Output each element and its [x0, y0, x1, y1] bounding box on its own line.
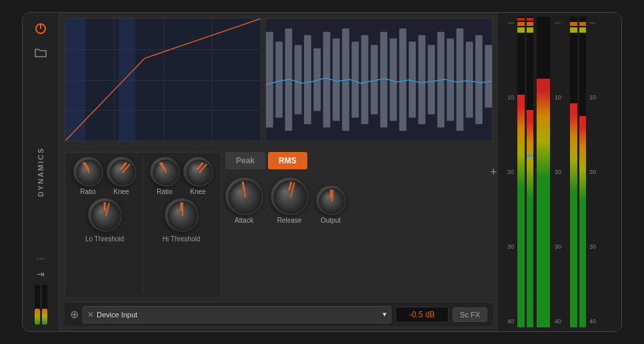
hi-knee-label: Knee: [190, 188, 205, 195]
svg-rect-19: [428, 45, 435, 115]
power-button[interactable]: [31, 19, 50, 38]
svg-rect-12: [361, 35, 369, 125]
add-left-button[interactable]: +: [490, 165, 497, 179]
meter-bar-r1: [570, 17, 577, 327]
meter-bar-r2: [579, 17, 587, 327]
peak-button[interactable]: Peak: [225, 152, 265, 169]
green-fill-l1: [517, 95, 525, 328]
svg-rect-16: [399, 29, 407, 131]
svg-rect-15: [390, 39, 397, 121]
attack-label: Attack: [235, 217, 253, 224]
mini-level-meters: [35, 285, 47, 325]
meter-section: + — 10 20 30 40: [498, 13, 621, 331]
orange-band-l1: [517, 22, 525, 26]
lo-knee-knob[interactable]: [107, 157, 136, 186]
hi-threshold-section: Ratio Knee Hi Threshold: [146, 157, 217, 293]
scale-10-left: 10: [502, 94, 514, 101]
scale-20-right: 20: [555, 169, 567, 175]
hi-ratio-knob[interactable]: [150, 157, 179, 186]
svg-rect-6: [304, 35, 311, 125]
scale-30-left: 30: [502, 243, 514, 250]
scale-40-left: 40: [502, 318, 514, 325]
yellow-band-l2: [527, 27, 534, 33]
scale-20-right2: 20: [589, 169, 601, 175]
detection-controls: Peak RMS Attack Release Output: [225, 152, 493, 298]
device-input-label: Device Input: [97, 311, 137, 319]
svg-rect-3: [275, 42, 283, 118]
scale-top-left: —: [502, 19, 514, 26]
transfer-curve: [65, 19, 261, 141]
svg-rect-2: [266, 32, 273, 127]
lo-threshold-knob-container: [88, 198, 121, 231]
scale-30-right: 30: [555, 243, 567, 250]
svg-rect-17: [409, 42, 416, 118]
plugin-container: DYNAMICS ··· ⇥: [22, 12, 622, 332]
lo-threshold-label: Lo Threshold: [85, 235, 124, 243]
scale-top-right2: —: [589, 19, 601, 26]
scale-30-right2: 30: [589, 243, 601, 250]
mini-level-right: [42, 285, 47, 325]
green-fill-r1: [570, 103, 577, 327]
dropdown-arrow: ▾: [383, 310, 387, 319]
attack-release-output-row: Attack Release Output: [225, 177, 493, 224]
graphs-section: [65, 18, 493, 148]
scale-40-right2: 40: [589, 318, 601, 325]
device-icon[interactable]: ⊕: [70, 308, 79, 321]
hi-ratio-knob-container: Ratio: [150, 157, 179, 195]
clip-indicator-l1: [517, 18, 525, 21]
attack-knob-container: Attack: [225, 177, 263, 224]
main-content: Ratio Knee Lo Threshold: [59, 13, 498, 331]
x-icon: ✕: [87, 310, 94, 319]
bottom-bar: ⊕ ✕ Device Input ▾ -0.5 dB Sc FX: [65, 302, 493, 326]
folder-button[interactable]: [31, 43, 50, 62]
lo-knee-knob-container: Knee: [107, 157, 136, 195]
svg-rect-24: [475, 35, 483, 125]
orange-band-r2: [579, 22, 587, 26]
lo-hi-wrapper: Ratio Knee Lo Threshold: [65, 152, 221, 298]
svg-rect-25: [485, 45, 492, 108]
svg-rect-18: [418, 35, 425, 125]
divider: [143, 157, 143, 293]
sidebar-bottom: ··· ⇥: [35, 253, 47, 325]
yellow-band-r2: [579, 27, 587, 33]
left-meter-bars: [517, 17, 533, 327]
svg-rect-11: [351, 42, 359, 118]
lo-ratio-knob-container: Ratio: [73, 157, 103, 195]
hi-knobs-top: Ratio Knee: [150, 157, 213, 195]
db-display: -0.5 dB: [395, 307, 449, 323]
orange-band-r1: [570, 22, 577, 26]
blue-segment-l2: [527, 155, 534, 157]
lo-ratio-label: Ratio: [80, 188, 95, 195]
meter-bar-mid: [537, 17, 550, 327]
rms-button[interactable]: RMS: [268, 152, 307, 169]
left-sidebar: DYNAMICS ··· ⇥: [23, 13, 59, 331]
scale-40-right: 40: [555, 318, 567, 325]
yellow-band-r1: [570, 27, 577, 33]
output-knob[interactable]: [316, 185, 345, 215]
hi-threshold-knob[interactable]: [165, 198, 198, 231]
output-label: Output: [321, 217, 341, 224]
scale-10-right: 10: [555, 94, 567, 101]
meter-container: — 10 20 30 40: [501, 17, 619, 327]
scale-10-right2: 10: [589, 94, 601, 101]
output-knob-container: Output: [316, 185, 345, 224]
green-fill-r2: [579, 116, 587, 327]
lo-threshold-knob[interactable]: [88, 198, 121, 231]
lo-knee-label: Knee: [113, 188, 129, 195]
attack-knob[interactable]: [225, 177, 263, 215]
mini-level-left: [35, 285, 40, 325]
transfer-graph: [65, 18, 261, 141]
hi-ratio-label: Ratio: [157, 188, 172, 195]
meter-scale-left: — 10 20 30 40: [501, 17, 515, 327]
release-knob[interactable]: [271, 177, 308, 215]
sc-fx-button[interactable]: Sc FX: [453, 307, 487, 322]
waveform-graph: [265, 18, 493, 141]
dots-button[interactable]: ···: [37, 253, 45, 263]
meter-bar-l1: [517, 17, 525, 327]
scale-20-left: 20: [502, 169, 514, 175]
route-button[interactable]: ⇥: [37, 269, 45, 279]
hi-threshold-knob-container: [165, 198, 198, 231]
hi-knee-knob[interactable]: [183, 157, 213, 186]
lo-ratio-knob[interactable]: [73, 157, 103, 186]
device-input-selector[interactable]: ✕ Device Input ▾: [83, 306, 391, 323]
